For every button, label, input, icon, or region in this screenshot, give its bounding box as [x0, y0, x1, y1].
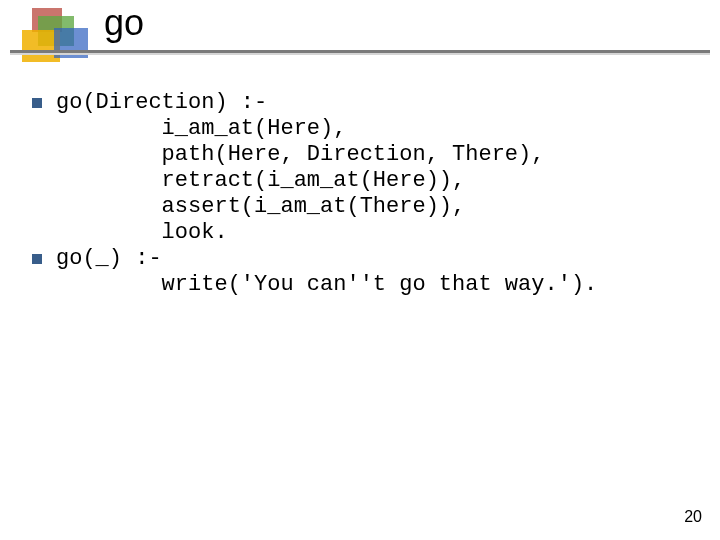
page-number: 20	[684, 508, 702, 526]
list-item: go(Direction) :- i_am_at(Here), path(Her…	[32, 90, 692, 246]
title-divider-light	[10, 53, 710, 55]
slide: go go(Direction) :- i_am_at(Here), path(…	[0, 0, 720, 540]
bullet-icon	[32, 254, 42, 264]
slide-content: go(Direction) :- i_am_at(Here), path(Her…	[32, 90, 692, 298]
code-block-1: go(Direction) :- i_am_at(Here), path(Her…	[56, 90, 544, 246]
slide-logo	[18, 8, 90, 64]
slide-title: go	[104, 2, 144, 44]
code-block-2: go(_) :- write('You can''t go that way.'…	[56, 246, 597, 298]
list-item: go(_) :- write('You can''t go that way.'…	[32, 246, 692, 298]
bullet-icon	[32, 98, 42, 108]
